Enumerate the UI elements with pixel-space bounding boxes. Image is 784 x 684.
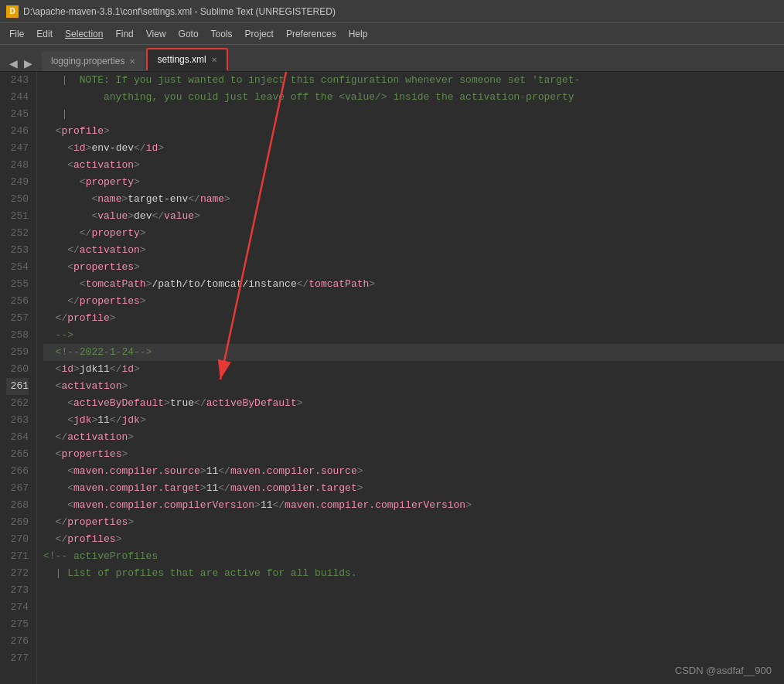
line-number: 261: [6, 378, 29, 395]
code-line: <tomcatPath>/path/to/tomcat/instance</to…: [43, 276, 784, 293]
menu-selection[interactable]: Selection: [59, 26, 109, 43]
line-number: 256: [6, 293, 29, 310]
line-number: 271: [6, 548, 29, 565]
code-line: </profiles>: [43, 531, 784, 548]
line-number: 244: [6, 89, 29, 106]
line-number: 254: [6, 259, 29, 276]
window-title: D:\apache-maven-3.8.1\conf\settings.xml …: [23, 6, 336, 17]
code-line: | List of profiles that are active for a…: [43, 565, 784, 582]
line-number: 264: [6, 429, 29, 446]
menu-project[interactable]: Project: [239, 26, 280, 43]
editor: 2432442452462472482492502512522532542552…: [0, 72, 784, 684]
line-number: 260: [6, 361, 29, 378]
tab-navigation: ◀ ▶: [6, 56, 36, 71]
code-line: </activation>: [43, 242, 784, 259]
menu-view[interactable]: View: [140, 26, 172, 43]
code-line: <name>target-env</name>: [43, 191, 784, 208]
line-number: 257: [6, 310, 29, 327]
code-line: </profile>: [43, 310, 784, 327]
code-line: </properties>: [43, 514, 784, 531]
line-number: 247: [6, 140, 29, 157]
code-line: <activation>: [43, 157, 784, 174]
line-number: 274: [6, 599, 29, 616]
menu-help[interactable]: Help: [343, 26, 374, 43]
code-line: <id>jdk11</id>: [43, 361, 784, 378]
menu-tools[interactable]: Tools: [205, 26, 239, 43]
code-line: <maven.compiler.target>11</maven.compile…: [43, 480, 784, 497]
line-number: 275: [6, 616, 29, 633]
code-line: </properties>: [43, 293, 784, 310]
code-line: |: [43, 106, 784, 123]
line-number: 251: [6, 208, 29, 225]
code-line: <id>env-dev</id>: [43, 140, 784, 157]
line-number: 267: [6, 480, 29, 497]
tab-prev-button[interactable]: ◀: [6, 56, 21, 71]
line-number: 270: [6, 531, 29, 548]
line-number: 248: [6, 157, 29, 174]
line-number: 273: [6, 582, 29, 599]
menu-goto[interactable]: Goto: [172, 26, 205, 43]
code-line: </property>: [43, 225, 784, 242]
code-content[interactable]: | NOTE: If you just wanted to inject thi…: [37, 72, 784, 684]
code-line: <maven.compiler.compilerVersion>11</mave…: [43, 497, 784, 514]
line-number: 266: [6, 463, 29, 480]
line-number: 269: [6, 514, 29, 531]
code-line: <activeByDefault>true</activeByDefault>: [43, 395, 784, 412]
code-line: <value>dev</value>: [43, 208, 784, 225]
line-number: 265: [6, 446, 29, 463]
code-line: | NOTE: If you just wanted to inject thi…: [43, 72, 784, 89]
tab-close-icon[interactable]: ✕: [129, 57, 135, 66]
code-line: -->: [43, 327, 784, 344]
line-number: 250: [6, 191, 29, 208]
tab-label: settings.xml: [157, 54, 206, 65]
line-number: 259: [6, 344, 29, 361]
line-number: 245: [6, 106, 29, 123]
watermark: CSDN @asdfaf__900: [675, 665, 772, 676]
line-number: 268: [6, 497, 29, 514]
line-number: 252: [6, 225, 29, 242]
line-number: 255: [6, 276, 29, 293]
tab-bar: ◀ ▶ logging.properties ✕ settings.xml ✕: [0, 45, 784, 72]
line-number: 277: [6, 650, 29, 667]
code-line: anything, you could just leave off the <…: [43, 89, 784, 106]
line-number: 243: [6, 72, 29, 89]
code-line: <profile>: [43, 123, 784, 140]
line-number: 263: [6, 412, 29, 429]
code-line: <!-- activeProfiles: [43, 548, 784, 565]
code-line: <properties>: [43, 446, 784, 463]
line-number: 272: [6, 565, 29, 582]
code-line: <activation>: [43, 378, 784, 395]
menu-bar: File Edit Selection Find View Goto Tools…: [0, 23, 784, 45]
line-numbers: 2432442452462472482492502512522532542552…: [0, 72, 37, 684]
code-line: </activation>: [43, 429, 784, 446]
menu-preferences[interactable]: Preferences: [280, 26, 343, 43]
title-bar: D D:\apache-maven-3.8.1\conf\settings.xm…: [0, 0, 784, 23]
code-line: <!--2022-1-24-->: [43, 344, 784, 361]
menu-find[interactable]: Find: [109, 26, 139, 43]
tab-next-button[interactable]: ▶: [21, 56, 36, 71]
code-line: <jdk>11</jdk>: [43, 412, 784, 429]
line-number: 246: [6, 123, 29, 140]
tab-logging-properties[interactable]: logging.properties ✕: [42, 51, 145, 71]
line-number: 276: [6, 633, 29, 650]
code-line: <properties>: [43, 259, 784, 276]
tab-close-icon[interactable]: ✕: [211, 56, 217, 64]
line-number: 262: [6, 395, 29, 412]
tab-settings-xml[interactable]: settings.xml ✕: [146, 48, 227, 71]
menu-file[interactable]: File: [3, 26, 30, 43]
tab-label: logging.properties: [51, 56, 124, 66]
line-number: 258: [6, 327, 29, 344]
line-number: 253: [6, 242, 29, 259]
line-number: 249: [6, 174, 29, 191]
app-icon: D: [6, 5, 19, 18]
code-line: <maven.compiler.source>11</maven.compile…: [43, 463, 784, 480]
menu-edit[interactable]: Edit: [30, 26, 59, 43]
code-line: <property>: [43, 174, 784, 191]
